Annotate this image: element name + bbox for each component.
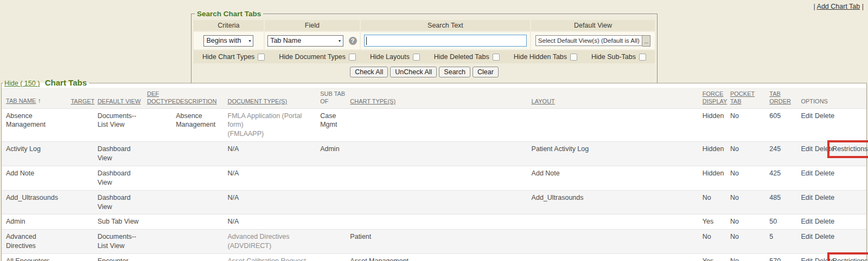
column-header-label[interactable]: DOCUMENT TYPE(S): [228, 97, 318, 105]
default-view-more-button[interactable]: ...: [642, 35, 650, 47]
restrictions-highlight-box[interactable]: Restrictions: [827, 252, 868, 261]
edit-link[interactable]: Edit: [801, 112, 813, 120]
cell-tab-order: 425: [769, 166, 801, 190]
column-header-label[interactable]: DEF: [147, 90, 174, 97]
edit-link[interactable]: Edit: [801, 169, 813, 177]
checkbox[interactable]: [349, 54, 356, 61]
delete-link[interactable]: Delete: [815, 169, 834, 177]
help-icon[interactable]: ?: [349, 37, 357, 45]
column-header-def-doctype[interactable]: DEFDOCTYPE: [147, 88, 176, 108]
column-header-label[interactable]: FORCE: [703, 90, 728, 97]
edit-link[interactable]: Edit: [801, 257, 813, 261]
cell-layout: [532, 108, 703, 142]
cell-pocket-tab: No: [730, 214, 769, 230]
cell-pocket-tab: No: [730, 166, 769, 190]
cell-tab-order: 485: [769, 190, 801, 214]
default-view-selector-button[interactable]: Select Default View(s) (Default is All): [535, 35, 642, 46]
cell-def-doctype: [147, 190, 176, 214]
cell-force-display: No: [703, 190, 730, 214]
column-header-label[interactable]: DEFAULT VIEW: [98, 97, 145, 105]
check-all-button[interactable]: Check All: [350, 67, 388, 77]
cell-force-display: Hidden: [703, 142, 730, 166]
cell-tab-name: Absence Management: [2, 108, 71, 142]
cell-tab-order: 245: [769, 142, 801, 166]
cell-options: EditDelete: [801, 108, 866, 142]
table-header-row: TAB NAME↑TARGETDEFAULT VIEWDEFDOCTYPEDES…: [2, 88, 866, 108]
cell-layout: Add Note: [532, 166, 703, 190]
delete-link[interactable]: Delete: [815, 194, 834, 201]
column-header-label[interactable]: LAYOUT: [532, 97, 700, 105]
checkbox[interactable]: [258, 54, 265, 61]
cell-sub-tab-of: [320, 166, 350, 190]
column-header-target[interactable]: TARGET: [71, 88, 97, 108]
column-header-label[interactable]: TAB: [730, 97, 767, 105]
cell-target: [71, 254, 97, 261]
edit-link[interactable]: Edit: [801, 145, 813, 153]
column-header-label[interactable]: CHART TYPE(S): [350, 97, 529, 105]
uncheck-all-button[interactable]: UnCheck All: [390, 67, 437, 77]
checkbox[interactable]: [639, 54, 646, 61]
field-select[interactable]: Tab Name ▾: [267, 35, 343, 47]
column-header-tab-order[interactable]: TABORDER: [769, 88, 801, 108]
document-type: N/A: [228, 145, 317, 154]
delete-link[interactable]: Delete: [815, 233, 834, 240]
add-chart-tab-link[interactable]: Add Chart Tab: [817, 3, 860, 10]
cell-pocket-tab: No: [730, 142, 769, 166]
cell-description: [176, 166, 227, 190]
cell-layout: [532, 254, 703, 261]
column-header-label[interactable]: TAB NAME: [6, 97, 36, 105]
cell-layout: Add_Ultrasounds: [532, 190, 703, 214]
column-header-label[interactable]: POCKET: [730, 90, 767, 97]
cell-tab-name: Add Note: [2, 166, 71, 190]
cell-tab-name: Add_Ultrasounds: [2, 190, 71, 214]
delete-link[interactable]: Delete: [815, 112, 834, 120]
column-header-label[interactable]: DOCTYPE: [147, 97, 174, 105]
column-header-default-view[interactable]: DEFAULT VIEW: [98, 88, 147, 108]
column-header-label[interactable]: DISPLAY: [703, 97, 728, 105]
restrictions-highlight-box[interactable]: Restrictions: [827, 140, 868, 158]
column-header-label[interactable]: TAB: [769, 90, 799, 97]
column-header-force-display[interactable]: FORCEDISPLAY: [703, 88, 730, 108]
column-header-pocket-tab[interactable]: POCKETTAB: [730, 88, 769, 108]
cell-force-display: Yes: [703, 254, 730, 261]
cell-sub-tab-of: [320, 254, 350, 261]
clear-button[interactable]: Clear: [473, 67, 499, 77]
checkbox[interactable]: [570, 54, 577, 61]
search-text-input[interactable]: [364, 35, 527, 47]
restrictions-link[interactable]: Restrictions: [832, 257, 867, 261]
column-header-layout[interactable]: LAYOUT: [532, 88, 703, 108]
delete-link[interactable]: Delete: [815, 218, 834, 225]
cell-document-types: N/A: [228, 166, 321, 190]
hide-filter-label: Hide Layouts: [370, 53, 410, 61]
cell-document-types: Advanced Directives (ADVDIRECT): [228, 230, 321, 254]
chart-tabs-legend: Hide ( 150 ) Chart Tabs: [3, 78, 89, 88]
document-type: N/A: [228, 193, 317, 203]
cell-def-doctype: [147, 142, 176, 166]
cell-sub-tab-of: Case Mgmt: [320, 108, 350, 142]
column-header-tab-name[interactable]: TAB NAME↑: [2, 88, 71, 108]
column-header-label[interactable]: TARGET: [71, 97, 95, 105]
edit-link[interactable]: Edit: [801, 218, 813, 225]
column-header-description[interactable]: DESCRIPTION: [176, 88, 227, 108]
document-type: N/A: [228, 169, 317, 178]
search-panel-legend: Search Chart Tabs: [195, 10, 263, 18]
checkbox[interactable]: [493, 54, 500, 61]
cell-document-types: FMLA Application (Portal form) (FMLAAPP): [228, 108, 321, 142]
column-header-label[interactable]: ORDER: [769, 97, 799, 105]
edit-link[interactable]: Edit: [801, 194, 813, 201]
cell-sub-tab-of: [320, 230, 350, 254]
column-header-label[interactable]: DESCRIPTION: [176, 97, 225, 105]
hide-filter-item: Hide Layouts: [370, 53, 420, 61]
document-type: FMLA Application (Portal form) (FMLAAPP): [228, 112, 317, 139]
restrictions-link[interactable]: Restrictions: [832, 145, 867, 153]
checkbox[interactable]: [413, 54, 420, 61]
column-header-chart-types[interactable]: CHART TYPE(S): [350, 88, 531, 108]
column-header-document-types[interactable]: DOCUMENT TYPE(S): [228, 88, 321, 108]
edit-link[interactable]: Edit: [801, 233, 813, 240]
criteria-select[interactable]: Begins with ▾: [203, 35, 253, 47]
hide-count-link[interactable]: Hide ( 150 ): [4, 80, 40, 87]
cell-force-display: Yes: [703, 214, 730, 230]
column-header-label: OF: [320, 97, 348, 105]
separator: |: [862, 3, 864, 10]
search-button[interactable]: Search: [439, 67, 470, 77]
